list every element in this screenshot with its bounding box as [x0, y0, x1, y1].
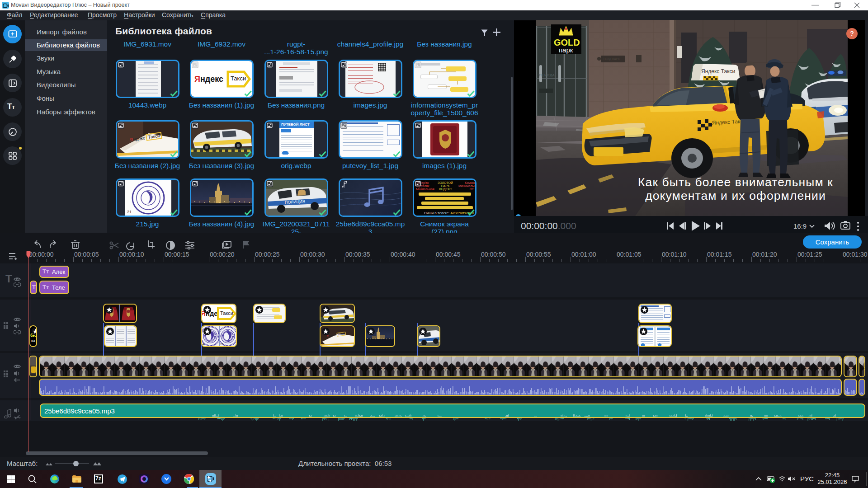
svg-text:Как быть более внимательным к: Как быть более внимательным к [638, 175, 833, 189]
svg-text:парк: парк [559, 46, 573, 54]
svg-text:Яндекс Такси: Яндекс Такси [701, 68, 735, 75]
svg-text:ТЦ МЕДА: ТЦ МЕДА [538, 73, 555, 77]
svg-text:ГОЛД ПАРК: ГОЛД ПАРК [604, 57, 620, 61]
svg-text:документам и их оформлении: документам и их оформлении [645, 189, 826, 202]
